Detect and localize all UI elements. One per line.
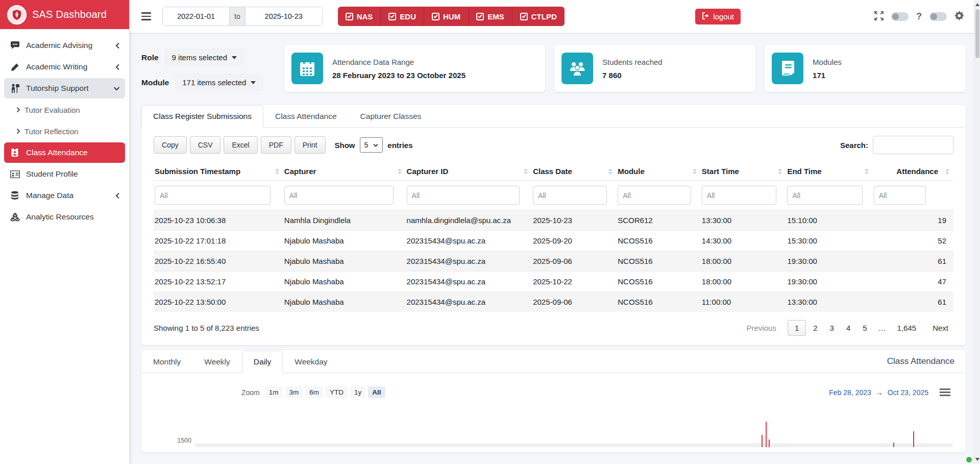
hamburger-menu-icon[interactable] [141, 12, 151, 20]
range-from-input[interactable]: Feb 28, 2023 [829, 388, 871, 397]
page-button-2[interactable]: 2 [808, 321, 822, 335]
filter-input-submission-timestamp[interactable] [155, 186, 271, 205]
page-size-value: 5 [364, 141, 369, 149]
sidebar-item-label: Academic Advising [26, 41, 110, 50]
page-button-1[interactable]: 1 [788, 320, 806, 336]
column-header-start-time[interactable]: Start Time [701, 162, 787, 181]
sidebar-item-academic-advising[interactable]: Academic Advising [4, 35, 125, 56]
page-button-last[interactable]: 1,645 [892, 321, 922, 335]
table-cell: 2025-10-22 16:55:40 [154, 251, 283, 272]
table-cell: Njabulo Mashaba [283, 292, 406, 312]
table-row[interactable]: 2025-10-22 17:01:18Njabulo Mashaba202315… [154, 231, 953, 251]
sidebar-item-tutorship-support[interactable]: Tutorship Support [4, 78, 125, 99]
tab-capturer-classes[interactable]: Capturer Classes [349, 105, 433, 128]
print-button[interactable]: Print [295, 136, 326, 154]
tab-class-register-submissions[interactable]: Class Register Submissions [141, 105, 263, 128]
excel-button[interactable]: Excel [224, 136, 257, 154]
zoom-button-3m[interactable]: 3m [285, 386, 303, 398]
scrollbar-thumb[interactable] [975, 9, 979, 58]
tab-monthly[interactable]: Monthly [141, 351, 192, 373]
filter-input-start-time[interactable] [702, 186, 776, 205]
filter-column: Role 9 items selected Module 171 items s… [141, 45, 274, 92]
page-button-5[interactable]: 5 [857, 321, 872, 335]
copy-button[interactable]: Copy [154, 136, 187, 154]
faculty-toggle-hum[interactable]: HUM [424, 7, 469, 26]
date-from-input[interactable] [163, 7, 229, 26]
scroll-up-arrow[interactable] [974, 1, 980, 8]
previous-page-button[interactable]: Previous [742, 321, 781, 335]
logout-button[interactable]: logout [695, 9, 741, 25]
zoom-button-1y[interactable]: 1y [350, 386, 365, 398]
column-header-class-date[interactable]: Class Date [532, 162, 617, 181]
range-to-input[interactable]: Oct 23, 2025 [888, 388, 928, 397]
filter-input-capturer-id[interactable] [407, 186, 520, 205]
column-header-module[interactable]: Module [617, 162, 701, 181]
filter-input-attendance[interactable] [874, 186, 926, 205]
gear-icon[interactable] [954, 11, 964, 22]
table-row[interactable]: 2025-10-22 13:52:17Njabulo Mashaba202315… [154, 272, 953, 292]
sidebar: SAS Dashboard Academic Advising Academic… [0, 0, 129, 464]
csv-button[interactable]: CSV [190, 136, 221, 154]
sidebar-item-academic-writing[interactable]: Academic Writing [4, 57, 125, 77]
table-row[interactable]: 2025-10-22 16:55:40Njabulo Mashaba202315… [154, 251, 953, 272]
page-scrollbar[interactable] [974, 0, 980, 464]
faculty-toggle-nas[interactable]: NAS [338, 7, 381, 26]
sidebar-item-manage-data[interactable]: Manage Data [4, 185, 125, 206]
mode-toggle[interactable] [929, 12, 947, 21]
help-icon[interactable]: ? [916, 11, 922, 22]
sidebar-item-tutor-evaluation[interactable]: Tutor Evaluation [11, 100, 125, 120]
filter-input-capturer[interactable] [284, 186, 394, 205]
faculty-label: NAS [357, 12, 373, 21]
zoom-button-6m[interactable]: 6m [305, 386, 323, 398]
tab-weekday[interactable]: Weekday [283, 351, 339, 373]
column-header-capturer[interactable]: Capturer [283, 162, 406, 181]
zoom-button-all[interactable]: All [368, 386, 385, 398]
filter-input-end-time[interactable] [787, 186, 863, 205]
sidebar-item-analytic-resources[interactable]: Analytic Resources [4, 207, 125, 227]
chart-plot[interactable] [195, 402, 952, 452]
tab-weekly[interactable]: Weekly [192, 351, 242, 373]
zoom-label: Zoom [241, 388, 260, 397]
pdf-button[interactable]: PDF [261, 136, 291, 154]
column-header-capturer-id[interactable]: Capturer ID [406, 162, 532, 181]
module-dropdown[interactable]: 171 items selected [175, 74, 263, 91]
fullscreen-icon[interactable] [874, 11, 884, 22]
table-cell: 2025-10-22 13:50:00 [154, 292, 283, 312]
card-title: Attendance Data Range [332, 58, 465, 66]
sidebar-item-class-attendance[interactable]: Class Attendance [4, 142, 125, 163]
date-to-input[interactable] [246, 7, 322, 26]
tab-daily[interactable]: Daily [242, 351, 283, 373]
scroll-down-arrow[interactable] [974, 456, 980, 463]
zoom-button-1m[interactable]: 1m [265, 386, 283, 398]
column-header-submission-timestamp[interactable]: Submission Timestamp [154, 162, 283, 181]
column-header-attendance[interactable]: Attendance [873, 162, 953, 181]
tab-class-attendance[interactable]: Class Attendance [263, 105, 349, 128]
table-cell: 47 [873, 272, 953, 292]
page-size-select[interactable]: 5 [360, 137, 383, 153]
table-row[interactable]: 2025-10-22 13:50:00Njabulo Mashaba202315… [154, 292, 953, 312]
date-range-picker: to [162, 7, 323, 26]
filter-input-module[interactable] [618, 186, 691, 205]
zoom-button-ytd[interactable]: YTD [326, 386, 348, 398]
filter-input-class-date[interactable] [533, 186, 607, 205]
faculty-toggle-ctlpd[interactable]: CTLPD [512, 7, 565, 26]
column-header-end-time[interactable]: End Time [786, 162, 872, 181]
table-cell: 13:30:00 [786, 292, 872, 312]
search-input[interactable] [873, 136, 953, 154]
page-button-3[interactable]: 3 [825, 321, 839, 335]
sidebar-item-student-profile[interactable]: Student Profile [4, 164, 125, 184]
sidebar-item-tutor-reflection[interactable]: Tutor Reflection [11, 121, 125, 141]
chart-context-menu-icon[interactable] [940, 388, 950, 396]
theme-toggle[interactable] [891, 12, 909, 21]
sort-icon [271, 168, 279, 175]
next-page-button[interactable]: Next [927, 321, 953, 335]
table-cell: 13:30:00 [701, 210, 787, 231]
faculty-toggle-edu[interactable]: EDU [381, 7, 424, 26]
role-dropdown[interactable]: 9 items selected [165, 49, 244, 66]
table-row[interactable]: 2025-10-23 10:06:38Namhla Dingindlelanam… [154, 210, 953, 231]
pagination: Previous 1 2 3 4 5 … 1,645 Next [742, 320, 953, 336]
table-cell: 2025-09-06 [532, 292, 617, 312]
faculty-toggle-ems[interactable]: EMS [469, 7, 512, 26]
page-button-4[interactable]: 4 [841, 321, 855, 335]
attendance-chart-panel: Monthly Weekly Daily Weekday Class Atten… [141, 350, 966, 452]
